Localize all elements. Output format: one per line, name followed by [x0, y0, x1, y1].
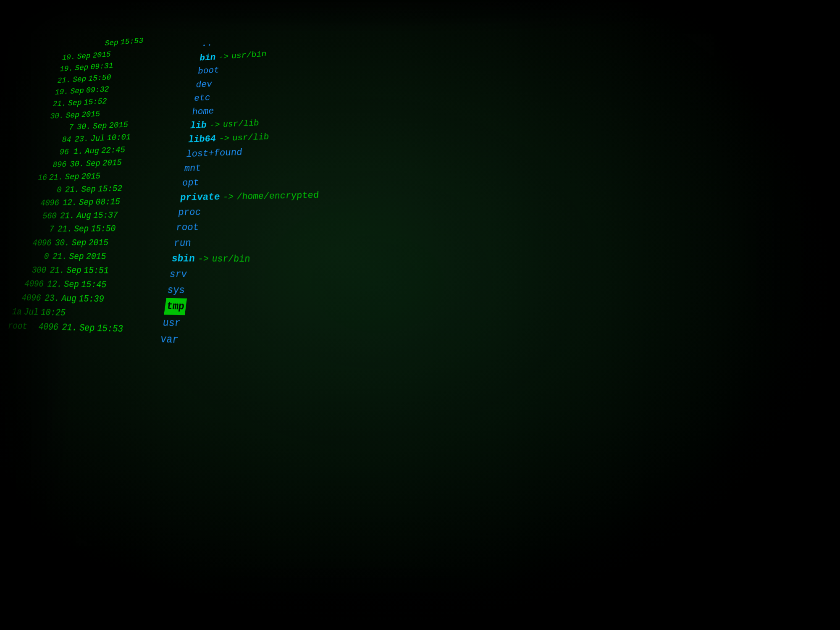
terminal-screen: Sep 15:53 19. Sep 2015 19. Sep 09:31 21.… — [0, 0, 840, 630]
list-item: 7 21. Sep 15:50 — [26, 222, 181, 236]
list-item: 0 21. Sep 2015 — [21, 250, 177, 264]
list-item: run — [173, 233, 580, 251]
list-item: 4096 30. Sep 2015 — [23, 236, 178, 250]
list-item: 4096 12. Sep 15:45 — [15, 277, 173, 293]
terminal-content: Sep 15:53 19. Sep 2015 19. Sep 09:31 21.… — [0, 0, 840, 630]
right-panel: .. bin -> usr/bin boot dev etc hom — [159, 6, 583, 362]
list-item: 300 21. Sep 15:51 — [18, 264, 175, 279]
list-item: sbin -> usr/bin — [171, 250, 580, 268]
list-item: 560 21. Aug 15:37 — [29, 208, 183, 223]
